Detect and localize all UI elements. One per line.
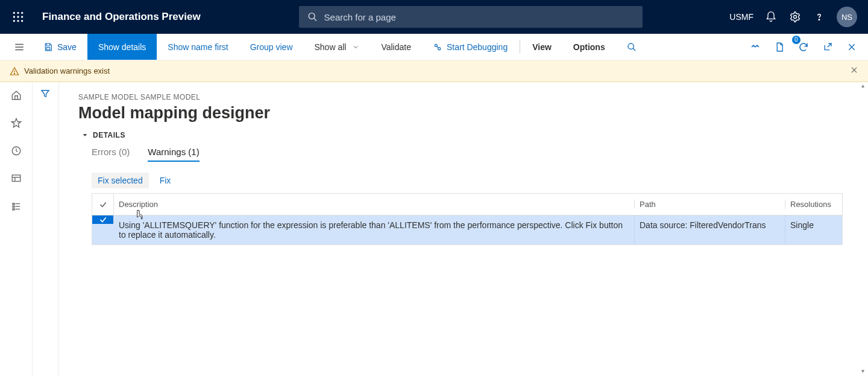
home-icon <box>11 90 22 101</box>
breadcrumb: SAMPLE MODEL SAMPLE MODEL <box>78 93 849 101</box>
find-button[interactable] <box>616 34 647 60</box>
svg-point-4 <box>17 16 19 18</box>
svg-line-20 <box>633 48 635 51</box>
attachments-button[interactable] <box>772 39 787 55</box>
scrollbar[interactable]: ▴ ▾ <box>858 82 867 376</box>
show-details-button[interactable]: Show details <box>87 34 157 60</box>
help-icon <box>814 11 825 22</box>
hamburger-button[interactable] <box>6 34 33 60</box>
left-nav-rail <box>0 82 33 376</box>
svg-point-12 <box>819 19 820 21</box>
svg-point-6 <box>13 20 15 22</box>
nav-recent[interactable] <box>10 145 22 157</box>
nav-workspaces[interactable] <box>10 173 22 185</box>
table-row[interactable]: Using 'ALLITEMSQUERY' function for the e… <box>92 215 842 244</box>
search-box[interactable] <box>299 6 643 28</box>
check-icon <box>99 215 107 224</box>
svg-point-1 <box>17 12 19 14</box>
link-icon <box>750 42 761 53</box>
related-links-button[interactable] <box>747 39 763 55</box>
refresh-icon <box>798 42 809 53</box>
scroll-down-arrow[interactable]: ▾ <box>858 368 867 376</box>
svg-point-9 <box>309 13 315 19</box>
caret-down-icon <box>82 132 88 138</box>
save-label: Save <box>57 42 77 52</box>
details-tabs: Errors (0) Warnings (1) <box>78 147 849 162</box>
warnings-table: Description Path Resolutions Using 'ALLI… <box>92 193 843 245</box>
col-header-description[interactable]: Description <box>114 200 635 209</box>
validate-button[interactable]: Validate <box>370 34 422 60</box>
select-all-checkbox[interactable] <box>92 194 114 215</box>
details-section-toggle[interactable]: DETAILS <box>82 131 849 139</box>
filter-icon <box>40 88 51 99</box>
refresh-badge: 0 <box>792 36 800 44</box>
col-header-resolutions[interactable]: Resolutions <box>785 200 842 209</box>
group-view-button[interactable]: Group view <box>239 34 304 60</box>
svg-rect-32 <box>13 206 14 207</box>
search-icon <box>627 42 637 52</box>
svg-rect-33 <box>13 209 14 210</box>
svg-point-5 <box>21 16 23 18</box>
close-page-button[interactable] <box>844 39 860 55</box>
tab-errors[interactable]: Errors (0) <box>92 147 130 162</box>
notifications-button[interactable] <box>764 10 778 24</box>
warning-triangle-icon <box>10 66 19 76</box>
show-name-first-button[interactable]: Show name first <box>157 34 239 60</box>
nav-home[interactable] <box>10 89 22 101</box>
gear-icon <box>789 11 801 23</box>
warning-close-button[interactable] <box>850 66 858 76</box>
debug-icon <box>433 42 442 52</box>
save-icon <box>43 42 53 52</box>
help-button[interactable] <box>813 10 826 24</box>
row-resolutions: Single <box>785 215 842 244</box>
settings-button[interactable] <box>788 10 802 24</box>
svg-point-0 <box>13 12 15 14</box>
details-label: DETAILS <box>93 131 125 139</box>
command-divider <box>520 40 520 54</box>
options-menu[interactable]: Options <box>562 34 616 60</box>
nav-favorites[interactable] <box>10 117 22 129</box>
hamburger-icon <box>14 42 25 53</box>
refresh-button[interactable]: 0 <box>796 39 811 55</box>
bell-icon <box>765 11 777 23</box>
close-icon <box>847 42 857 52</box>
validation-warning-bar: Validation warnings exist <box>0 60 868 82</box>
filter-panel-toggle[interactable] <box>40 88 52 100</box>
svg-line-10 <box>314 18 316 21</box>
show-all-dropdown[interactable]: Show all <box>304 34 371 60</box>
popout-button[interactable] <box>820 39 835 55</box>
fix-selected-button[interactable]: Fix selected <box>92 173 149 188</box>
modules-icon <box>11 201 22 212</box>
svg-point-19 <box>628 43 634 49</box>
warning-text: Validation warnings exist <box>24 66 110 75</box>
row-checkbox[interactable] <box>92 215 114 224</box>
start-debugging-button[interactable]: Start Debugging <box>422 34 518 60</box>
chevron-down-icon <box>352 43 359 51</box>
row-description: Using 'ALLITEMSQUERY' function for the e… <box>114 215 635 244</box>
avatar[interactable]: NS <box>837 7 857 27</box>
svg-point-11 <box>794 16 797 19</box>
row-path: Data source: FilteredVendorTrans <box>635 215 785 244</box>
workspace-icon <box>11 173 22 184</box>
svg-rect-16 <box>46 47 49 49</box>
fix-button[interactable]: Fix <box>154 173 177 188</box>
tab-warnings[interactable]: Warnings (1) <box>148 147 199 162</box>
search-input[interactable] <box>324 12 635 22</box>
nav-modules[interactable] <box>10 200 22 212</box>
app-title[interactable]: Finance and Operations Preview <box>30 11 213 23</box>
waffle-button[interactable] <box>6 11 30 23</box>
view-menu[interactable]: View <box>521 34 562 60</box>
clock-icon <box>11 145 22 156</box>
star-icon <box>11 118 22 129</box>
scroll-up-arrow[interactable]: ▴ <box>858 82 867 91</box>
col-header-path[interactable]: Path <box>635 200 785 209</box>
page-side-rail <box>33 82 59 376</box>
company-indicator[interactable]: USMF <box>729 12 753 22</box>
check-icon <box>99 200 107 209</box>
table-header: Description Path Resolutions <box>92 194 842 215</box>
attachment-icon <box>774 42 785 53</box>
save-button[interactable]: Save <box>33 34 87 60</box>
close-icon <box>850 66 858 74</box>
waffle-icon <box>12 11 24 23</box>
search-icon <box>307 11 318 22</box>
